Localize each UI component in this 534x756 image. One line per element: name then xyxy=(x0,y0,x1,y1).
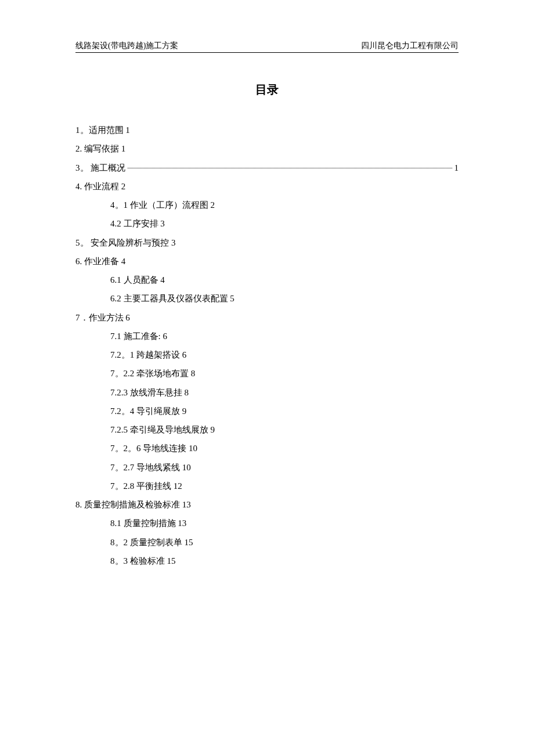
toc-title: 目录 xyxy=(75,82,459,98)
toc-subentry: 7。2。6 导地线连接 10 xyxy=(75,439,459,458)
toc-leader-dots xyxy=(128,168,452,168)
toc-subentry: 7.2。1 跨越架搭设 6 xyxy=(75,345,459,364)
toc-subentry: 7.2.3 放线滑车悬挂 8 xyxy=(75,383,459,402)
toc-entry-page: 1 xyxy=(454,159,459,177)
toc-subentry: 7.1 施工准备: 6 xyxy=(75,327,459,345)
document-page: 线路架设(带电跨越)施工方案 四川昆仑电力工程有限公司 目录 1。适用范围 1 … xyxy=(0,0,534,570)
toc-subentry: 8。3 检验标准 15 xyxy=(75,552,459,570)
header-left-text: 线路架设(带电跨越)施工方案 xyxy=(75,41,178,51)
toc-subentry: 4.2 工序安排 3 xyxy=(75,214,459,233)
table-of-contents: 1。适用范围 1 2. 编写依据 1 3。 施工概况 1 4. 作业流程 2 4… xyxy=(75,121,459,570)
toc-subentry: 6.1 人员配备 4 xyxy=(75,271,459,289)
toc-subentry: 8.1 质量控制措施 13 xyxy=(75,514,459,532)
toc-subentry: 4。1 作业（工序）流程图 2 xyxy=(75,196,459,214)
toc-subentry: 6.2 主要工器具及仪器仪表配置 5 xyxy=(75,289,459,308)
toc-entry: 4. 作业流程 2 xyxy=(75,177,459,196)
toc-entry: 3。 施工概况 1 xyxy=(75,159,459,177)
toc-entry: 1。适用范围 1 xyxy=(75,121,459,139)
toc-entry: 6. 作业准备 4 xyxy=(75,252,459,271)
toc-subentry: 7。2.8 平衡挂线 12 xyxy=(75,477,459,495)
page-header: 线路架设(带电跨越)施工方案 四川昆仑电力工程有限公司 xyxy=(75,41,459,53)
toc-subentry: 7。2.7 导地线紧线 10 xyxy=(75,458,459,477)
toc-entry-label: 3。 施工概况 xyxy=(75,159,125,177)
header-right-text: 四川昆仑电力工程有限公司 xyxy=(361,41,459,51)
toc-subentry: 8。2 质量控制表单 15 xyxy=(75,533,459,552)
toc-entry: 7．作业方法 6 xyxy=(75,308,459,327)
toc-entry: 2. 编写依据 1 xyxy=(75,139,459,158)
toc-entry: 8. 质量控制措施及检验标准 13 xyxy=(75,495,459,514)
toc-subentry: 7.2。4 导引绳展放 9 xyxy=(75,402,459,420)
toc-subentry: 7。2.2 牵张场地布置 8 xyxy=(75,364,459,383)
toc-entry: 5。 安全风险辨析与预控 3 xyxy=(75,233,459,252)
toc-subentry: 7.2.5 牵引绳及导地线展放 9 xyxy=(75,420,459,439)
